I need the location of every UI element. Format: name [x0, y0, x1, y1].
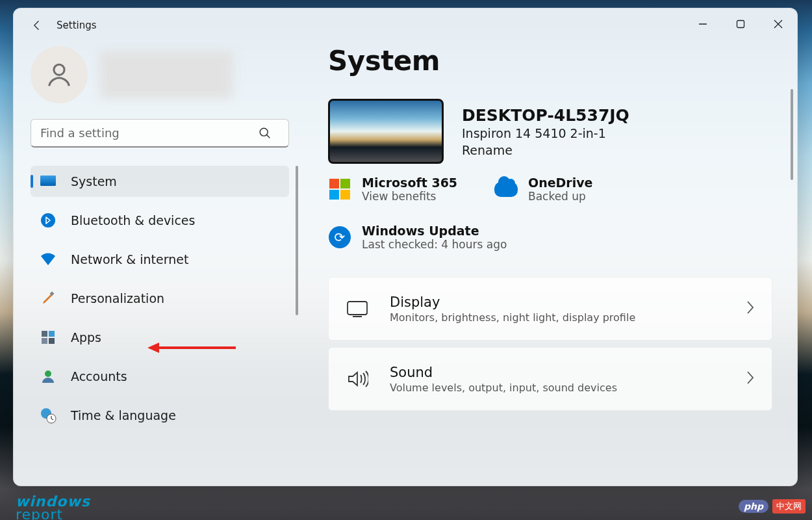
sidebar: System Bluetooth & devices Network & int…: [14, 42, 299, 486]
svg-rect-12: [49, 331, 55, 337]
svg-point-5: [260, 128, 268, 136]
sidebar-nav: System Bluetooth & devices Network & int…: [31, 166, 289, 431]
sidebar-item-label: Apps: [71, 330, 101, 344]
display-icon: [346, 297, 369, 320]
rename-link[interactable]: Rename: [462, 143, 629, 157]
search-icon: [258, 126, 272, 140]
title-bar: Settings: [14, 8, 797, 42]
card-subtitle: Monitors, brightness, night light, displ…: [390, 311, 725, 324]
svg-rect-13: [42, 338, 47, 344]
card-title: Display: [390, 294, 725, 310]
account-section[interactable]: [31, 46, 289, 103]
clock-globe-icon: [40, 407, 57, 424]
back-arrow-icon: [31, 19, 44, 32]
sidebar-item-accounts[interactable]: Accounts: [31, 361, 289, 392]
window-body: System Bluetooth & devices Network & int…: [14, 42, 797, 486]
close-button[interactable]: [759, 8, 797, 40]
status-onedrive[interactable]: OneDrive Backed up: [494, 176, 631, 203]
svg-rect-14: [49, 338, 55, 344]
pc-name: DESKTOP-4L537JQ: [462, 106, 629, 125]
apps-icon: [40, 329, 57, 346]
chevron-right-icon: [746, 370, 755, 387]
svg-rect-8: [40, 176, 56, 186]
accounts-icon: [40, 368, 57, 385]
pc-info-text: DESKTOP-4L537JQ Inspiron 14 5410 2-in-1 …: [462, 106, 629, 157]
app-title: Settings: [57, 20, 97, 31]
close-icon: [774, 20, 783, 29]
sidebar-item-label: System: [71, 174, 117, 188]
svg-point-4: [54, 64, 64, 75]
wifi-icon: [40, 251, 57, 268]
status-grid-row2: ⟳ Windows Update Last checked: 4 hours a…: [328, 224, 781, 251]
search-wrap: [31, 119, 289, 148]
account-name-redacted: [99, 51, 233, 99]
maximize-icon: [736, 20, 745, 29]
sidebar-item-personalization[interactable]: Personalization: [31, 283, 289, 314]
sidebar-item-bluetooth[interactable]: Bluetooth & devices: [31, 205, 289, 236]
svg-rect-11: [42, 331, 47, 337]
card-sound[interactable]: Sound Volume levels, output, input, soun…: [328, 347, 772, 411]
card-display[interactable]: Display Monitors, brightness, night ligh…: [328, 277, 772, 341]
sidebar-item-apps[interactable]: Apps: [31, 322, 289, 353]
sidebar-item-label: Network & internet: [71, 252, 188, 266]
status-subtitle: Backed up: [528, 190, 593, 203]
windows-update-icon: ⟳: [328, 226, 351, 249]
sidebar-item-label: Time & language: [71, 408, 176, 422]
svg-rect-20: [348, 302, 367, 315]
sidebar-item-label: Bluetooth & devices: [71, 213, 195, 228]
svg-line-6: [267, 135, 270, 138]
card-title: Sound: [390, 365, 725, 380]
status-title: Windows Update: [362, 224, 507, 238]
settings-window: Settings: [13, 8, 798, 486]
paintbrush-icon: [40, 290, 57, 307]
card-subtitle: Volume levels, output, input, sound devi…: [390, 382, 725, 394]
content-scrollbar[interactable]: [791, 89, 793, 180]
status-title: OneDrive: [528, 176, 593, 190]
sidebar-scrollbar[interactable]: [296, 166, 298, 315]
sidebar-item-system[interactable]: System: [31, 166, 289, 197]
sidebar-item-network[interactable]: Network & internet: [31, 244, 289, 275]
maximize-button[interactable]: [722, 8, 759, 40]
minimize-button[interactable]: [684, 8, 722, 40]
svg-point-15: [45, 370, 51, 377]
person-icon: [44, 60, 74, 90]
status-windows-update[interactable]: ⟳ Windows Update Last checked: 4 hours a…: [328, 224, 507, 251]
pc-wallpaper-thumbnail[interactable]: [328, 99, 444, 164]
status-microsoft-365[interactable]: Microsoft 365 View benefits: [328, 176, 464, 203]
watermark-php: php: [739, 500, 768, 513]
svg-rect-1: [737, 21, 744, 28]
avatar: [31, 46, 88, 103]
chevron-right-icon: [746, 300, 755, 317]
microsoft-logo-icon: [328, 177, 351, 201]
pc-model: Inspiron 14 5410 2-in-1: [462, 126, 629, 140]
status-grid: Microsoft 365 View benefits OneDrive Bac…: [328, 176, 781, 203]
content-pane: System DESKTOP-4L537JQ Inspiron 14 5410 …: [299, 42, 797, 486]
status-title: Microsoft 365: [362, 176, 457, 190]
search-input[interactable]: [31, 119, 289, 148]
back-button[interactable]: [28, 16, 46, 34]
minimize-icon: [698, 20, 707, 29]
watermark-right: php 中文网: [739, 499, 806, 514]
watermark-left: windows report: [16, 495, 90, 520]
svg-point-9: [41, 213, 55, 228]
onedrive-icon: [494, 177, 518, 201]
bluetooth-icon: [40, 212, 57, 229]
status-subtitle: View benefits: [362, 190, 457, 203]
window-controls: [684, 8, 797, 40]
system-icon: [40, 173, 57, 190]
page-title: System: [328, 45, 781, 77]
watermark-cn: 中文网: [772, 499, 806, 514]
sound-icon: [346, 367, 369, 391]
sidebar-item-label: Accounts: [71, 369, 127, 384]
status-subtitle: Last checked: 4 hours ago: [362, 238, 507, 251]
pc-info-row: DESKTOP-4L537JQ Inspiron 14 5410 2-in-1 …: [328, 99, 781, 164]
watermark-text: report: [16, 508, 90, 520]
card-text: Display Monitors, brightness, night ligh…: [390, 294, 725, 324]
sidebar-item-time-language[interactable]: Time & language: [31, 400, 289, 431]
card-text: Sound Volume levels, output, input, soun…: [390, 365, 725, 394]
sidebar-item-label: Personalization: [71, 291, 164, 306]
